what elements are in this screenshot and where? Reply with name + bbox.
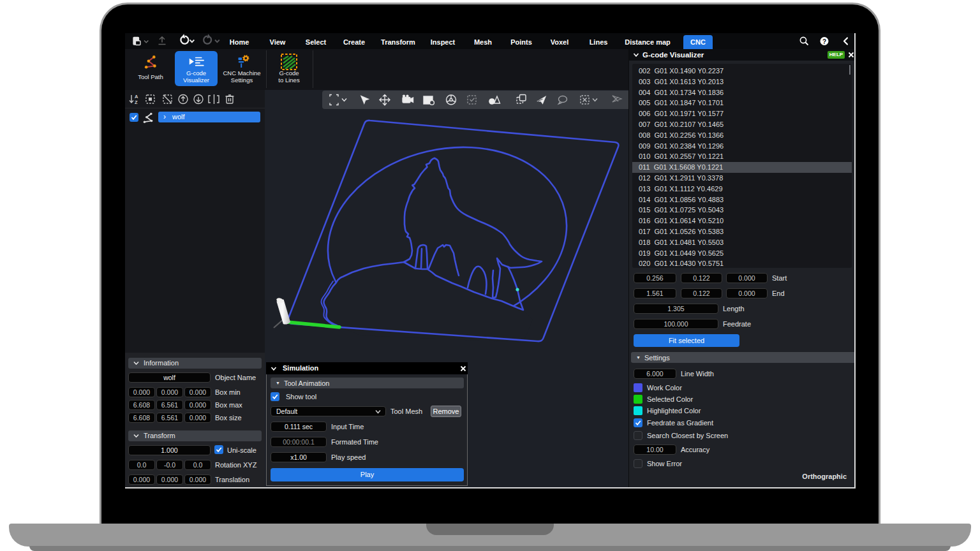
svg-text:A: A <box>135 94 138 99</box>
svg-text:?: ? <box>822 38 826 45</box>
svg-text:Z: Z <box>135 99 138 105</box>
